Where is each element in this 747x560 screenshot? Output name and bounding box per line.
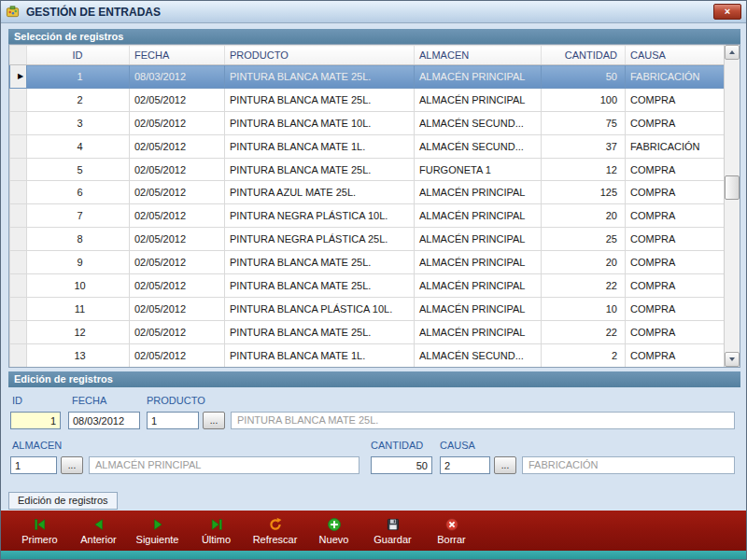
cell-id[interactable]: 10 xyxy=(27,274,130,298)
cell-cantidad[interactable]: 2 xyxy=(542,343,626,367)
row-selector[interactable] xyxy=(10,274,27,298)
cell-producto[interactable]: PINTURA BLANCA MATE 1L. xyxy=(225,343,415,367)
table-row[interactable]: 702/05/2012PINTURA NEGRA PLÁSTICA 10L.AL… xyxy=(10,204,725,228)
cell-fecha[interactable]: 02/05/2012 xyxy=(130,134,225,158)
row-selector[interactable] xyxy=(10,251,27,274)
row-selector[interactable] xyxy=(10,158,27,181)
next-button[interactable]: Siguiente xyxy=(128,516,187,545)
cell-cantidad[interactable]: 50 xyxy=(542,65,626,89)
close-button[interactable]: × xyxy=(713,4,741,20)
cell-cantidad[interactable]: 10 xyxy=(542,297,626,320)
almacen-lookup-button[interactable]: ... xyxy=(61,456,83,474)
cantidad-field[interactable] xyxy=(371,456,432,474)
cell-fecha[interactable]: 02/05/2012 xyxy=(130,181,225,204)
almacen-code-field[interactable] xyxy=(10,456,57,474)
cell-id[interactable]: 13 xyxy=(27,343,130,367)
last-button[interactable]: Último xyxy=(187,516,246,545)
cell-producto[interactable]: PINTURA BLANCA MATE 25L. xyxy=(225,88,415,111)
cell-fecha[interactable]: 02/05/2012 xyxy=(130,297,225,320)
table-row[interactable]: ▶108/03/2012PINTURA BLANCA MATE 25L.ALMA… xyxy=(10,65,725,89)
cell-causa[interactable]: COMPRA xyxy=(626,343,725,367)
cell-almacen[interactable]: ALMACÉN SECUND... xyxy=(415,111,542,134)
first-button[interactable]: Primero xyxy=(10,516,69,545)
causa-code-field[interactable] xyxy=(440,456,490,474)
table-row[interactable]: 202/05/2012PINTURA BLANCA MATE 25L.ALMAC… xyxy=(10,88,725,111)
column-header-causa[interactable]: CAUSA xyxy=(626,46,725,65)
cell-id[interactable]: 6 xyxy=(27,181,130,204)
cell-causa[interactable]: COMPRA xyxy=(626,88,725,111)
scrollbar-thumb[interactable] xyxy=(725,175,740,200)
row-selector[interactable] xyxy=(10,343,27,367)
table-row[interactable]: 802/05/2012PINTURA NEGRA PLÁSTICA 25L.AL… xyxy=(10,228,725,251)
cell-causa[interactable]: COMPRA xyxy=(626,181,725,204)
cell-producto[interactable]: PINTURA BLANCA MATE 10L. xyxy=(225,111,415,134)
cell-almacen[interactable]: ALMACÉN SECUND... xyxy=(415,134,542,158)
id-field[interactable] xyxy=(10,412,61,429)
cell-causa[interactable]: COMPRA xyxy=(626,228,725,251)
cell-id[interactable]: 2 xyxy=(27,88,130,111)
table-row[interactable]: 902/05/2012PINTURA BLANCA MATE 25L.ALMAC… xyxy=(10,251,725,274)
table-row[interactable]: 1102/05/2012PINTURA BLANCA PLÁSTICA 10L.… xyxy=(10,297,725,320)
table-row[interactable]: 302/05/2012PINTURA BLANCA MATE 10L.ALMAC… xyxy=(10,111,725,134)
cell-producto[interactable]: PINTURA BLANCA MATE 1L. xyxy=(225,134,415,158)
cell-cantidad[interactable]: 125 xyxy=(542,181,626,204)
row-selector[interactable] xyxy=(10,204,27,228)
cell-fecha[interactable]: 02/05/2012 xyxy=(130,228,225,251)
column-header-producto[interactable]: PRODUCTO xyxy=(225,46,415,65)
table-row[interactable]: 1002/05/2012PINTURA BLANCA MATE 25L.ALMA… xyxy=(10,274,725,298)
column-header-almacen[interactable]: ALMACEN xyxy=(415,46,542,65)
save-button[interactable]: Guardar xyxy=(363,516,422,545)
cell-almacen[interactable]: ALMACÉN PRINCIPAL xyxy=(415,228,542,251)
cell-cantidad[interactable]: 37 xyxy=(542,134,626,158)
cell-causa[interactable]: COMPRA xyxy=(626,251,725,274)
cell-id[interactable]: 5 xyxy=(27,158,130,181)
column-header-fecha[interactable]: FECHA xyxy=(130,46,225,65)
cell-fecha[interactable]: 02/05/2012 xyxy=(130,204,225,228)
cell-causa[interactable]: FABRICACIÓN xyxy=(626,65,725,89)
cell-fecha[interactable]: 02/05/2012 xyxy=(130,274,225,298)
cell-cantidad[interactable]: 22 xyxy=(542,320,626,343)
cell-almacen[interactable]: ALMACÉN PRINCIPAL xyxy=(415,274,542,298)
cell-id[interactable]: 4 xyxy=(27,134,130,158)
cell-fecha[interactable]: 02/05/2012 xyxy=(130,343,225,367)
refresh-button[interactable]: Refrescar xyxy=(246,516,304,545)
cell-producto[interactable]: PINTURA BLANCA MATE 25L. xyxy=(225,65,415,89)
cell-producto[interactable]: PINTURA BLANCA MATE 25L. xyxy=(225,320,415,343)
cell-almacen[interactable]: ALMACÉN PRINCIPAL xyxy=(415,320,542,343)
cell-causa[interactable]: FABRICACIÓN xyxy=(626,134,725,158)
cell-producto[interactable]: PINTURA BLANCA MATE 25L. xyxy=(225,251,415,274)
cell-producto[interactable]: PINTURA NEGRA PLÁSTICA 10L. xyxy=(225,204,415,228)
cell-cantidad[interactable]: 75 xyxy=(542,111,626,134)
cell-fecha[interactable]: 02/05/2012 xyxy=(130,88,225,111)
cell-cantidad[interactable]: 20 xyxy=(542,251,626,274)
cell-id[interactable]: 1 xyxy=(27,65,130,89)
cell-cantidad[interactable]: 12 xyxy=(542,158,626,181)
row-selector[interactable] xyxy=(10,228,27,251)
cell-causa[interactable]: COMPRA xyxy=(626,111,725,134)
cell-causa[interactable]: COMPRA xyxy=(626,274,725,298)
cell-producto[interactable]: PINTURA BLANCA MATE 25L. xyxy=(225,274,415,298)
cell-almacen[interactable]: ALMACÉN PRINCIPAL xyxy=(415,297,542,320)
delete-button[interactable]: Borrar xyxy=(422,516,481,545)
column-header-cantidad[interactable]: CANTIDAD xyxy=(542,46,626,65)
cell-fecha[interactable]: 02/05/2012 xyxy=(130,320,225,343)
table-row[interactable]: 502/05/2012PINTURA BLANCA MATE 25L.FURGO… xyxy=(10,158,725,181)
cell-causa[interactable]: COMPRA xyxy=(626,297,725,320)
new-button[interactable]: Nuevo xyxy=(304,516,363,545)
cell-id[interactable]: 12 xyxy=(27,320,130,343)
cell-producto[interactable]: PINTURA AZUL MATE 25L. xyxy=(225,181,415,204)
cell-id[interactable]: 7 xyxy=(27,204,130,228)
column-header-id[interactable]: ID xyxy=(27,46,130,65)
cell-almacen[interactable]: ALMACÉN PRINCIPAL xyxy=(415,204,542,228)
row-selector[interactable] xyxy=(10,111,27,134)
cell-causa[interactable]: COMPRA xyxy=(626,204,725,228)
tab-edicion-de-registros[interactable]: Edición de registros xyxy=(8,492,118,510)
cell-producto[interactable]: PINTURA BLANCA PLÁSTICA 10L. xyxy=(225,297,415,320)
cell-almacen[interactable]: ALMACÉN SECUND... xyxy=(415,343,542,367)
row-selector[interactable] xyxy=(10,134,27,158)
table-row[interactable]: 602/05/2012PINTURA AZUL MATE 25L.ALMACÉN… xyxy=(10,181,725,204)
row-selector[interactable] xyxy=(10,320,27,343)
cell-fecha[interactable]: 02/05/2012 xyxy=(130,158,225,181)
cell-fecha[interactable]: 02/05/2012 xyxy=(130,111,225,134)
producto-lookup-button[interactable]: ... xyxy=(203,412,225,429)
